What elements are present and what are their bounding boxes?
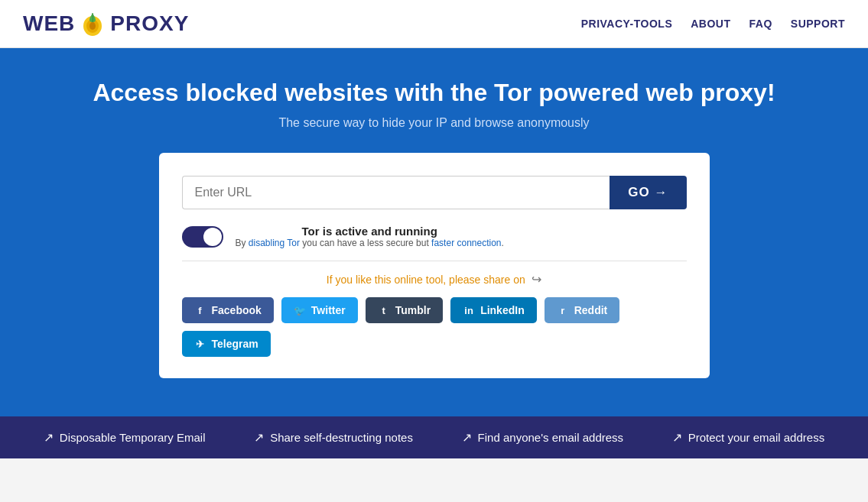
- hero-subheading: The secure way to hide your IP and brows…: [15, 116, 853, 130]
- go-button[interactable]: GO →: [610, 176, 686, 209]
- footer-link-label-2: Share self-destructing notes: [270, 431, 413, 444]
- footer-link-disposable-email[interactable]: ↗ Disposable Temporary Email: [44, 430, 206, 445]
- hero-heading: Access blocked websites with the Tor pow…: [15, 79, 853, 107]
- share-row: If you like this online tool, please sha…: [182, 272, 687, 287]
- tor-row: Tor is active and running By disabling T…: [182, 225, 687, 248]
- nav-about[interactable]: ABOUT: [691, 18, 730, 30]
- tor-faster-link[interactable]: faster connection: [431, 238, 501, 248]
- url-input[interactable]: [182, 176, 610, 209]
- url-row: GO →: [182, 176, 687, 209]
- telegram-icon: ✈: [194, 338, 206, 350]
- facebook-share-button[interactable]: f Facebook: [182, 297, 274, 323]
- reddit-share-button[interactable]: r Reddit: [545, 297, 620, 323]
- logo-proxy-text: PROXY: [110, 11, 189, 36]
- share-text: If you like this online tool, please sha…: [327, 274, 525, 286]
- linkedin-label: LinkedIn: [480, 304, 525, 316]
- logo-web-text: WEB: [23, 11, 75, 36]
- tumblr-icon: t: [378, 304, 390, 316]
- footer-link-label-1: Disposable Temporary Email: [60, 431, 206, 444]
- facebook-label: Facebook: [212, 304, 262, 316]
- facebook-icon: f: [194, 304, 206, 316]
- header: WEB PROXY PRIVACY-TOOLS ABOUT FAQ SUPPOR…: [0, 0, 868, 48]
- tor-toggle[interactable]: [182, 226, 223, 248]
- external-link-icon-1: ↗: [44, 430, 54, 445]
- nav-faq[interactable]: FAQ: [749, 18, 772, 30]
- tor-status-title: Tor is active and running: [236, 225, 504, 238]
- tor-disable-link[interactable]: disabling Tor: [249, 238, 300, 248]
- external-link-icon-4: ↗: [672, 430, 682, 445]
- footer: ↗ Disposable Temporary Email ↗ Share sel…: [0, 416, 868, 458]
- external-link-icon-3: ↗: [462, 430, 472, 445]
- footer-link-label-3: Find anyone's email address: [478, 431, 623, 444]
- hero-section: Access blocked websites with the Tor pow…: [0, 48, 868, 416]
- telegram-share-button[interactable]: ✈ Telegram: [182, 331, 271, 357]
- proxy-card: GO → Tor is active and running By disabl…: [159, 153, 710, 378]
- card-divider: [182, 261, 687, 261]
- footer-link-protect-email[interactable]: ↗ Protect your email address: [672, 430, 824, 445]
- nav-privacy-tools[interactable]: PRIVACY-TOOLS: [581, 18, 673, 30]
- linkedin-share-button[interactable]: in LinkedIn: [450, 297, 537, 323]
- footer-link-find-email[interactable]: ↗ Find anyone's email address: [462, 430, 623, 445]
- linkedin-icon: in: [463, 304, 475, 316]
- logo-icon: [78, 9, 107, 38]
- reddit-label: Reddit: [574, 304, 608, 316]
- svg-point-2: [89, 22, 96, 30]
- tor-status-desc: By disabling Tor you can have a less sec…: [236, 238, 504, 248]
- nav-support[interactable]: SUPPORT: [791, 18, 845, 30]
- tumblr-share-button[interactable]: t Tumblr: [366, 297, 443, 323]
- toggle-knob: [203, 228, 222, 246]
- share-arrow-icon: ↪: [532, 272, 541, 287]
- logo: WEB PROXY: [23, 9, 189, 38]
- tor-info: Tor is active and running By disabling T…: [236, 225, 504, 248]
- reddit-icon: r: [557, 304, 569, 316]
- footer-link-self-destruct[interactable]: ↗ Share self-destructing notes: [254, 430, 413, 445]
- external-link-icon-2: ↗: [254, 430, 264, 445]
- footer-link-label-4: Protect your email address: [688, 431, 824, 444]
- social-buttons: f Facebook 🐦 Twitter t Tumblr in LinkedI…: [182, 297, 687, 357]
- main-nav: PRIVACY-TOOLS ABOUT FAQ SUPPORT: [581, 18, 845, 30]
- telegram-label: Telegram: [212, 338, 258, 350]
- twitter-icon: 🐦: [294, 304, 306, 316]
- twitter-share-button[interactable]: 🐦 Twitter: [281, 297, 358, 323]
- tumblr-label: Tumblr: [395, 304, 431, 316]
- twitter-label: Twitter: [311, 304, 346, 316]
